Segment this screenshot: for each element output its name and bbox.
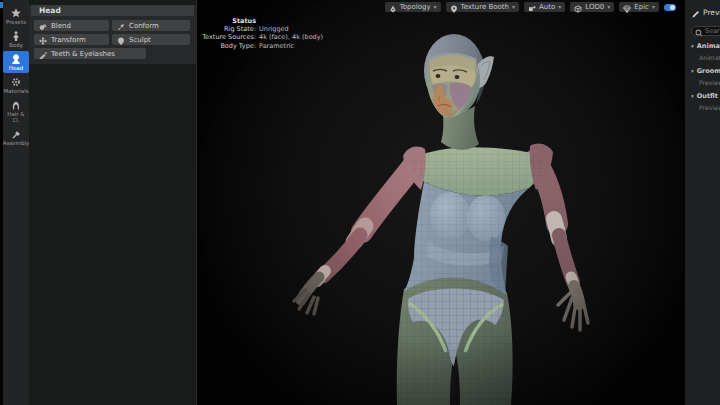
sidebar-item-body[interactable]: Body (3, 28, 29, 50)
quality-auto-dropdown[interactable]: Auto ▾ (524, 2, 565, 12)
chevron-down-icon: ▾ (607, 2, 610, 12)
head-icon (11, 54, 21, 64)
sidebar-item-label: Body (9, 42, 23, 48)
collapse-arrow-icon: ▾ (691, 93, 694, 99)
search-input[interactable] (705, 27, 720, 35)
sidebar-item-presets[interactable]: Presets (3, 5, 29, 27)
chevron-down-icon: ▾ (652, 2, 655, 12)
chevron-down-icon: ▾ (558, 2, 561, 12)
sidebar-item-head[interactable]: Head (3, 51, 29, 73)
pin-icon (450, 0, 458, 17)
sidebar-item-label: Presets (6, 19, 26, 25)
chevron-down-icon: ▾ (512, 2, 515, 12)
section-grooming[interactable]: ▾ Grooming (685, 61, 720, 75)
character-model[interactable] (197, 0, 683, 405)
star-icon (11, 8, 21, 18)
texture-booth-dropdown[interactable]: Texture Booth ▾ (446, 2, 519, 12)
sidebar-item-label: Assembly (3, 140, 30, 146)
assembly-icon (11, 129, 21, 139)
sidebar-item-label: Hair & Cl. (3, 111, 29, 123)
tool-button-grid: Blend Conform Transform Sculpt Teeth & E… (29, 20, 196, 59)
status-value: Unrigged (259, 26, 323, 33)
collapse-arrow-icon: ▾ (691, 43, 694, 49)
status-value: 4k (face), 4k (body) (259, 34, 323, 41)
sculpt-icon (117, 30, 125, 49)
quality-auto-icon (528, 0, 536, 17)
preview-title: Preview (703, 8, 720, 17)
topology-dropdown[interactable]: Topology ▾ (385, 2, 441, 12)
sidebar-item-materials[interactable]: Materials (3, 74, 29, 96)
section-outfit[interactable]: ▾ Outfit Clothing (685, 86, 720, 100)
hair-icon (11, 100, 21, 110)
body-icon (11, 31, 21, 41)
metahuman-editor-window: Presets Body Head Materials Hair & Cl. A… (0, 0, 720, 405)
preview-search-box[interactable] (691, 26, 720, 36)
toggle-knob (670, 5, 675, 10)
status-title: Status (200, 18, 256, 25)
section-animation-item[interactable]: Animation (685, 50, 720, 61)
epic-gem-icon (623, 0, 631, 17)
sidebar-item-hair[interactable]: Hair & Cl. (3, 97, 29, 125)
head-tool-panel: Head Blend Conform Transform Sculpt (29, 0, 197, 405)
chevron-down-icon: ▾ (434, 2, 437, 12)
preview-header: Preview (685, 0, 720, 22)
viewport-toggle-switch[interactable] (664, 4, 676, 11)
search-icon (695, 22, 703, 41)
teeth-eyelashes-icon (39, 44, 47, 63)
gear-icon (11, 77, 21, 87)
sculpt-button[interactable]: Sculpt (112, 34, 190, 45)
status-label: Rig State: (200, 26, 256, 33)
sidebar-item-assembly[interactable]: Assembly (3, 126, 29, 148)
lod-cube-icon (574, 0, 582, 17)
section-grooming-item[interactable]: Preview (685, 75, 720, 86)
category-sidebar: Presets Body Head Materials Hair & Cl. A… (3, 0, 29, 405)
section-outfit-item[interactable]: Preview (685, 100, 720, 111)
viewport-toolbar: Topology ▾ Texture Booth ▾ Auto ▾ LOD0 ▾… (197, 2, 683, 12)
preview-panel: Preview ▾ Animation Animation ▾ Grooming… (684, 0, 720, 405)
pencil-icon (692, 3, 700, 22)
status-label: Texture Sources: (200, 34, 256, 41)
epic-quality-dropdown[interactable]: Epic ▾ (619, 2, 659, 12)
teeth-eyelashes-button[interactable]: Teeth & Eyelashes (34, 48, 146, 59)
collapse-arrow-icon: ▾ (691, 68, 694, 74)
sidebar-item-label: Materials (3, 88, 28, 94)
status-readout: Status Rig State: Unrigged Texture Sourc… (200, 18, 323, 50)
panel-title: Head (31, 5, 194, 16)
sidebar-item-label: Head (9, 65, 23, 71)
lod-dropdown[interactable]: LOD0 ▾ (570, 2, 614, 12)
status-value: Parametric (259, 43, 323, 50)
pen-nib-icon (389, 0, 397, 17)
head-tool-panel-top: Head Blend Conform Transform Sculpt (29, 5, 196, 64)
3d-viewport[interactable]: Topology ▾ Texture Booth ▾ Auto ▾ LOD0 ▾… (197, 0, 683, 405)
status-label: Body Type: (200, 43, 256, 50)
